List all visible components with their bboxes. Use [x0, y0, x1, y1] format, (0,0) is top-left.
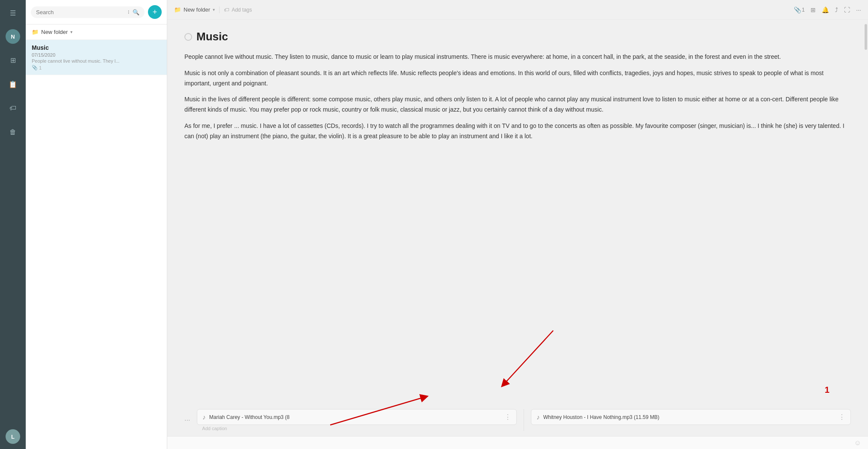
- music-icon-2: ♪: [536, 413, 540, 421]
- top-bar-caret[interactable]: ▾: [213, 7, 215, 12]
- bell-icon[interactable]: 🔔: [822, 6, 829, 13]
- note-title: Music: [196, 30, 228, 43]
- annotation-1: 1: [825, 385, 829, 395]
- note-item-attachment: 📎 1: [32, 65, 161, 70]
- paragraph-3: Music in the lives of different people i…: [184, 94, 847, 115]
- folder-caret[interactable]: ▾: [70, 30, 72, 34]
- attachment-more-button-1[interactable]: ⋮: [504, 413, 511, 421]
- add-caption-1[interactable]: Add caption: [197, 426, 517, 431]
- grid-view-icon[interactable]: ⊞: [811, 6, 816, 13]
- paragraph-2: Music is not only a combination of pleas…: [184, 68, 847, 89]
- top-bar-right: 📎1 ⊞ 🔔 ⤴ ⛶ ···: [794, 6, 861, 13]
- search-bar: ⫶ 🔍 +: [26, 0, 167, 24]
- paragraph-1: People cannot live without music. They l…: [184, 52, 847, 62]
- add-button[interactable]: +: [148, 5, 162, 19]
- folder-icon: 📁: [32, 29, 39, 35]
- attachment-divider: [524, 409, 524, 431]
- sidebar: ☰ N ⊞ 📋 🏷 🗑 L: [0, 0, 26, 449]
- trash-icon[interactable]: 🗑: [5, 124, 21, 140]
- note-checkbox[interactable]: [184, 33, 192, 41]
- note-title-row: Music: [184, 30, 847, 43]
- left-panel: ⫶ 🔍 + 📁 New folder ▾ Music 07/15/2020 Pe…: [26, 0, 167, 449]
- menu-icon[interactable]: ☰: [5, 5, 21, 21]
- top-bar-folder-name: New folder: [184, 6, 210, 13]
- attachment-filename-2: Whitney Houston - I Have Nothing.mp3 (11…: [543, 414, 660, 420]
- scrollbar-thumb[interactable]: [865, 24, 867, 50]
- paperclip-icon: 📎: [32, 65, 38, 70]
- emoji-icon[interactable]: ☺: [854, 439, 861, 447]
- attachments-area: 2 ··· ♪ Mariah Carey - Without You.mp3 (…: [167, 403, 868, 436]
- search-icon[interactable]: 🔍: [133, 9, 139, 15]
- folder-header: 📁 New folder ▾: [26, 24, 167, 40]
- tag-label-icon: 🏷: [224, 7, 229, 13]
- attachment-more-button-2[interactable]: ⋮: [838, 413, 845, 421]
- bottom-bar: ☺: [167, 436, 868, 449]
- tag-icon[interactable]: 🏷: [5, 100, 21, 116]
- divider: [219, 6, 220, 13]
- add-tags-button[interactable]: Add tags: [232, 7, 252, 13]
- note-item-date: 07/15/2020: [32, 52, 161, 58]
- top-bar-left: 📁 New folder ▾ 🏷 Add tags: [174, 6, 790, 13]
- scrollbar[interactable]: [864, 20, 868, 403]
- note-list: Music 07/15/2020 People cannot live with…: [26, 40, 167, 449]
- note-item-title: Music: [32, 44, 161, 51]
- note-content: Music People cannot live without music. …: [167, 20, 864, 403]
- avatar-bottom[interactable]: L: [6, 429, 20, 444]
- attachment-item-1[interactable]: ♪ Mariah Carey - Without You.mp3 (8 ⋮: [197, 409, 517, 425]
- folder-name: New folder: [41, 29, 68, 35]
- music-icon-1: ♪: [202, 413, 206, 421]
- top-bar-folder-icon: 📁: [174, 6, 181, 13]
- filter-icon[interactable]: ⫶: [127, 9, 130, 15]
- share-icon[interactable]: ⤴: [835, 6, 838, 13]
- top-bar: 📁 New folder ▾ 🏷 Add tags 📎1 ⊞ 🔔 ⤴ ⛶ ···: [167, 0, 868, 20]
- attachment-item-2[interactable]: ♪ Whitney Houston - I Have Nothing.mp3 (…: [531, 409, 851, 425]
- paragraph-4: As for me, I prefer ... music. I have a …: [184, 121, 847, 142]
- more-options-icon[interactable]: ···: [856, 6, 861, 13]
- attachment-icon[interactable]: 📎1: [794, 6, 805, 13]
- attachment-filename-1: Mariah Carey - Without You.mp3 (8: [209, 414, 289, 420]
- grid-icon[interactable]: ⊞: [5, 52, 21, 68]
- notes-icon[interactable]: 📋: [5, 76, 21, 92]
- expand-icon[interactable]: ⛶: [844, 6, 850, 13]
- search-input-wrap: ⫶ 🔍: [31, 6, 145, 18]
- list-item[interactable]: Music 07/15/2020 People cannot live with…: [26, 40, 167, 75]
- search-input[interactable]: [36, 9, 125, 15]
- avatar-top[interactable]: N: [6, 29, 20, 44]
- attach-more-button[interactable]: ···: [184, 416, 190, 424]
- note-item-preview: People cannot live without music. They l…: [32, 58, 152, 64]
